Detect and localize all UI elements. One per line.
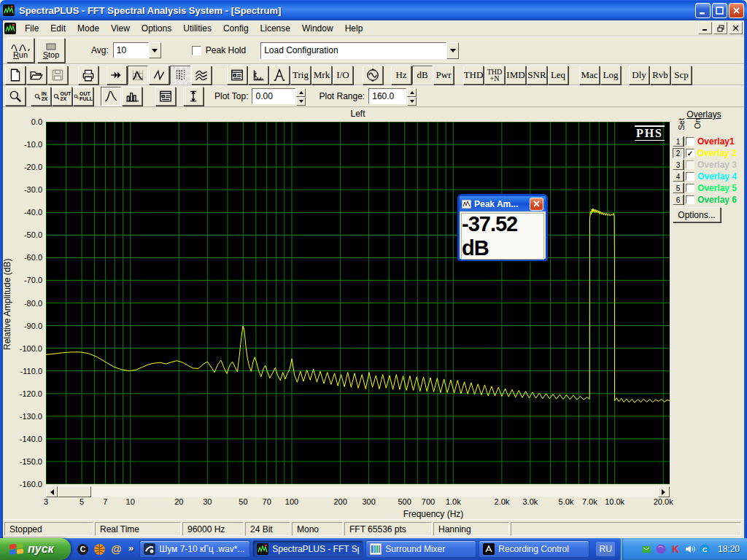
hz-units-button[interactable]: Hz [391,66,411,85]
scroll-right-arrow[interactable] [658,486,670,497]
task-button-inactive[interactable]: Surround Mixer [365,540,476,558]
overlay-1-set-button[interactable]: 1 [673,136,684,147]
mdi-minimize-button[interactable] [698,22,712,34]
scope-button[interactable]: Scp [671,66,692,85]
snr-button[interactable]: SNR [527,66,547,85]
menu-window[interactable]: Window [296,21,339,36]
overlay-6-on-checkbox[interactable] [686,195,694,204]
signal-generator-button[interactable] [363,66,383,85]
spectrogram-plot-button[interactable] [170,66,190,85]
avg-combobox[interactable]: 10 [113,42,161,58]
plot-range-input[interactable]: 160.0 [368,88,406,104]
new-file-button[interactable] [5,66,26,85]
minimize-button[interactable] [695,3,711,18]
horizontal-scrollbar[interactable] [46,486,670,497]
mdi-restore-button[interactable] [713,22,727,34]
plot-top-input[interactable]: 0.00 [252,88,295,104]
plot-options-button[interactable] [155,87,176,106]
scrollbar-track[interactable] [91,486,658,497]
peak-window-title-bar[interactable]: Peak Am... [460,196,546,211]
run-button[interactable]: Run [7,38,34,63]
scrollbar-thumb[interactable] [58,486,91,497]
thd-n-button[interactable]: THD +N [484,66,505,85]
utilities-calipers-button[interactable] [269,66,290,85]
overlay-1-on-checkbox[interactable] [686,137,694,146]
menu-license[interactable]: License [255,21,296,36]
start-button[interactable]: пуск [0,538,71,560]
spectrum-plot-button[interactable] [128,66,148,85]
browser-c-icon[interactable]: C [77,543,89,556]
scaling-button[interactable] [248,66,268,85]
menu-edit[interactable]: Edit [44,21,71,36]
overlay-3-set-button[interactable]: 3 [673,160,684,170]
power-units-button[interactable]: Pwr [433,66,454,85]
overlay-2-on-checkbox[interactable]: ✓ [686,149,694,158]
spin-up-icon[interactable] [407,88,417,97]
plot-top-spinner[interactable] [296,88,306,104]
mdi-close-button[interactable] [729,22,743,34]
peak-hold-checkbox[interactable] [192,46,201,55]
spin-down-icon[interactable] [296,97,306,106]
update-icon[interactable] [640,543,652,555]
overlay-3-on-checkbox[interactable] [686,160,694,169]
spectrum-plot-area[interactable]: PHS [46,122,670,484]
open-file-button[interactable] [26,66,47,85]
avg-dropdown-arrow[interactable] [149,42,161,58]
scroll-left-arrow[interactable] [46,486,58,497]
logging-button[interactable]: Log [600,66,621,85]
overlays-options-button[interactable]: Options... [673,207,721,222]
volume-icon[interactable] [684,543,696,555]
input-output-button[interactable]: I/O [333,66,353,85]
menu-options[interactable]: Options [136,21,177,36]
menu-help[interactable]: Help [339,21,369,36]
imd-button[interactable]: IMD [506,66,526,85]
overlay-2-set-button[interactable]: 2 [673,148,684,158]
maximize-button[interactable] [712,3,727,18]
macro-button[interactable]: Mac [579,66,600,85]
reverb-button[interactable]: Rvb [650,66,670,85]
menu-view[interactable]: View [105,21,136,36]
bar-plot-button[interactable] [122,87,142,106]
messenger-orb-icon[interactable] [655,543,667,555]
zoom-out-full-button[interactable]: OUTFULL [73,87,93,106]
spin-down-icon[interactable] [407,97,417,106]
db-units-button[interactable]: dB [412,66,433,85]
task-button-active[interactable]: SpectraPLUS - FFT Sp... [252,540,363,558]
zoom-button[interactable] [5,87,26,106]
fast-average-button[interactable] [107,66,127,85]
menu-mode[interactable]: Mode [71,21,105,36]
overlay-5-on-checkbox[interactable] [686,184,694,192]
menu-file[interactable]: File [19,21,44,36]
quick-launch-chevron-icon[interactable]: » [128,542,133,553]
overlay-5-set-button[interactable]: 5 [673,183,684,193]
language-indicator[interactable]: RU [596,542,615,556]
overlay-4-set-button[interactable]: 4 [673,171,684,182]
menu-utilities[interactable]: Utilities [177,21,217,36]
load-configuration-dropdown-arrow[interactable] [446,42,459,59]
zoom-out-2x-button[interactable]: OUT2X [52,87,72,106]
download-globe-icon[interactable] [93,543,106,556]
line-plot-button[interactable] [101,87,121,106]
overlay-4-on-checkbox[interactable] [686,172,694,181]
task-button-inactive[interactable]: Шум 7-10 кГц .wav*... [139,540,250,558]
marker-button[interactable]: Mrk [311,66,332,85]
menu-config[interactable]: Config [217,21,255,36]
kaspersky-icon[interactable]: K [670,543,681,555]
stop-button[interactable]: Stop [37,38,65,63]
close-button[interactable] [729,3,744,18]
trigger-button[interactable]: Trig [290,66,311,85]
print-button[interactable] [78,66,98,85]
load-configuration-combobox[interactable]: Load Configuration [260,42,459,59]
peak-amplitude-window[interactable]: Peak Am... -37.52 dB [457,194,548,261]
spin-up-icon[interactable] [296,88,306,97]
overlay-6-set-button[interactable]: 6 [673,195,684,205]
task-button-inactive[interactable]: Recording Control [479,540,589,558]
mail-at-icon[interactable]: @ [110,543,123,556]
thd-button[interactable]: THD [463,66,484,85]
delay-button[interactable]: Dly [629,66,649,85]
surface-plot-button[interactable] [191,66,212,85]
save-file-button[interactable] [47,66,68,85]
cpu-monitor-icon[interactable]: C [699,543,711,555]
autoscale-button[interactable] [183,87,204,106]
leq-button[interactable]: Leq [548,66,568,85]
